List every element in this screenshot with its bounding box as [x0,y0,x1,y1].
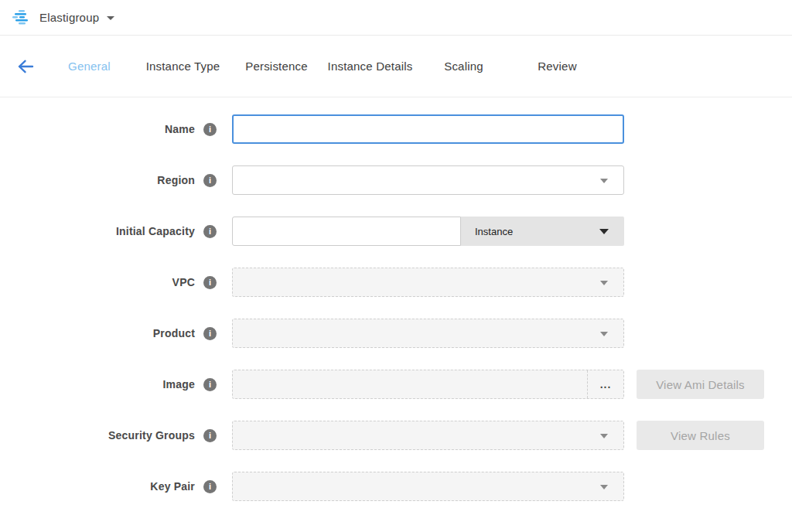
security-groups-field-row: Security Groups i View Rules [0,421,792,450]
info-icon[interactable]: i [203,225,217,238]
capacity-unit-select[interactable]: Instance [461,217,624,246]
image-label: Image [0,378,195,390]
info-icon[interactable]: i [203,378,217,391]
info-icon[interactable]: i [203,174,217,187]
tab-instance-details[interactable]: Instance Details [323,60,417,73]
chevron-down-icon [600,485,608,489]
vpc-field-row: VPC i [0,268,792,297]
app-name-label: Elastigroup [39,11,99,24]
app-header: Elastigroup [0,0,792,36]
initial-capacity-field-row: Initial Capacity i Instance [0,217,792,246]
general-settings-form: Name i Region i Initial Capacity i Insta… [0,97,792,501]
info-icon[interactable]: i [203,429,217,442]
image-input[interactable]: ... [232,370,624,399]
name-input[interactable] [232,114,624,144]
vpc-label: VPC [0,276,195,288]
product-label: Product [0,327,195,339]
security-groups-label: Security Groups [0,429,195,442]
arrow-left-icon [19,61,32,72]
info-icon[interactable]: i [203,123,217,136]
chevron-down-icon [107,16,114,20]
chevron-down-icon [599,229,609,234]
chevron-down-icon [600,434,608,438]
view-ami-details-button[interactable]: View Ami Details [637,370,764,399]
elastigroup-logo-icon [12,10,31,25]
key-pair-select[interactable] [232,472,624,501]
product-field-row: Product i [0,319,792,348]
chevron-down-icon [600,332,608,336]
tab-review[interactable]: Review [510,60,604,73]
chevron-down-icon [600,179,608,183]
view-rules-button[interactable]: View Rules [637,421,764,450]
region-field-row: Region i [0,165,792,195]
product-select[interactable] [232,319,624,348]
tab-scaling[interactable]: Scaling [417,60,510,73]
tab-instance-type[interactable]: Instance Type [136,60,230,73]
initial-capacity-label: Initial Capacity [0,225,195,237]
info-icon[interactable]: i [203,480,217,493]
wizard-tab-bar: General Instance Type Persistence Instan… [0,36,792,97]
tab-general[interactable]: General [43,60,136,73]
name-label: Name [0,123,195,135]
image-browse-button[interactable]: ... [587,370,623,398]
image-field-row: Image i ... View Ami Details [0,370,792,399]
key-pair-field-row: Key Pair i [0,472,792,501]
security-groups-select[interactable] [232,421,624,450]
key-pair-label: Key Pair [0,480,195,493]
info-icon[interactable]: i [203,327,217,340]
elastigroup-app-menu[interactable]: Elastigroup [39,11,114,24]
capacity-unit-value: Instance [475,226,513,237]
region-label: Region [0,174,195,186]
vpc-select[interactable] [232,268,624,297]
tabs: General Instance Type Persistence Instan… [43,60,604,73]
region-select[interactable] [232,165,624,195]
chevron-down-icon [600,281,608,285]
tab-persistence[interactable]: Persistence [230,60,323,73]
info-icon[interactable]: i [203,276,217,289]
name-field-row: Name i [0,114,792,144]
back-button[interactable] [17,59,34,74]
initial-capacity-input[interactable] [232,217,461,246]
